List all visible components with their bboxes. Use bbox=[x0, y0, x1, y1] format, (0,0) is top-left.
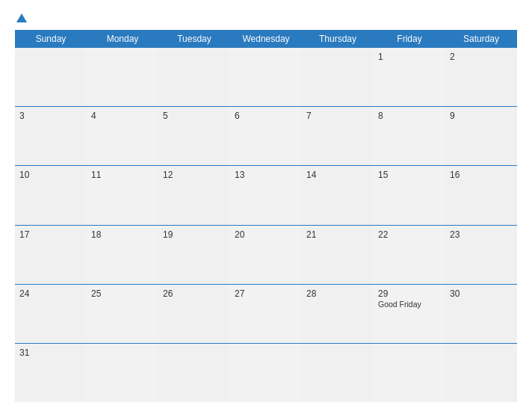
day-header-wednesday: Wednesday bbox=[230, 30, 302, 48]
day-number: 14 bbox=[306, 170, 369, 180]
calendar-day bbox=[15, 48, 87, 106]
day-header-monday: Monday bbox=[87, 30, 158, 48]
day-number: 25 bbox=[91, 288, 154, 299]
calendar-day bbox=[158, 48, 230, 106]
day-number: 9 bbox=[450, 111, 513, 121]
calendar-week-4: 17181920212223 bbox=[15, 226, 517, 285]
logo-triangle-icon bbox=[16, 13, 27, 22]
day-header-friday: Friday bbox=[374, 30, 445, 48]
day-number: 19 bbox=[163, 229, 226, 240]
calendar-day: 6 bbox=[230, 107, 302, 165]
day-number: 20 bbox=[235, 229, 297, 240]
calendar-day bbox=[158, 344, 230, 402]
calendar-week-6: 31 bbox=[15, 344, 517, 402]
day-number: 18 bbox=[91, 229, 154, 240]
calendar-week-5: 242526272829Good Friday30 bbox=[15, 285, 517, 344]
calendar-day: 20 bbox=[230, 226, 302, 284]
day-number: 6 bbox=[235, 111, 297, 121]
calendar-week-2: 3456789 bbox=[15, 107, 517, 166]
day-number: 4 bbox=[91, 111, 154, 121]
logo bbox=[15, 13, 27, 22]
calendar-day: 10 bbox=[15, 166, 87, 224]
calendar-day bbox=[445, 344, 517, 402]
calendar-day: 17 bbox=[15, 226, 87, 284]
calendar-day: 2 bbox=[445, 48, 517, 106]
calendar-day bbox=[302, 48, 374, 106]
calendar-day: 13 bbox=[230, 166, 302, 224]
day-number: 5 bbox=[163, 111, 226, 121]
day-number: 17 bbox=[19, 229, 82, 240]
day-header-sunday: Sunday bbox=[15, 30, 87, 48]
day-number: 2 bbox=[450, 52, 513, 62]
day-number: 29 bbox=[378, 288, 441, 299]
calendar-day bbox=[302, 344, 374, 402]
day-event: Good Friday bbox=[378, 300, 421, 309]
day-number: 28 bbox=[306, 288, 369, 299]
day-number: 23 bbox=[450, 229, 513, 240]
calendar-body: 1234567891011121314151617181920212223242… bbox=[15, 48, 517, 402]
calendar-day: 19 bbox=[158, 226, 230, 284]
calendar-page: SundayMondayTuesdayWednesdayThursdayFrid… bbox=[0, 0, 532, 411]
calendar-day bbox=[87, 344, 158, 402]
calendar-day bbox=[230, 344, 302, 402]
calendar-day: 30 bbox=[445, 285, 517, 343]
calendar-day: 4 bbox=[87, 107, 158, 165]
calendar-week-1: 12 bbox=[15, 48, 517, 107]
day-header-saturday: Saturday bbox=[445, 30, 517, 48]
day-number: 7 bbox=[306, 111, 369, 121]
calendar-week-3: 10111213141516 bbox=[15, 166, 517, 225]
calendar-day: 27 bbox=[230, 285, 302, 343]
day-number: 31 bbox=[19, 347, 82, 358]
calendar-day: 7 bbox=[302, 107, 374, 165]
calendar-day: 21 bbox=[302, 226, 374, 284]
calendar-day: 31 bbox=[15, 344, 87, 402]
day-number: 13 bbox=[235, 170, 297, 180]
day-number: 3 bbox=[19, 111, 82, 121]
calendar-day bbox=[230, 48, 302, 106]
header bbox=[15, 13, 517, 22]
calendar-day: 18 bbox=[87, 226, 158, 284]
calendar-day: 14 bbox=[302, 166, 374, 224]
day-header-thursday: Thursday bbox=[302, 30, 374, 48]
calendar-day: 9 bbox=[445, 107, 517, 165]
calendar-day: 16 bbox=[445, 166, 517, 224]
calendar-day: 24 bbox=[15, 285, 87, 343]
day-number: 1 bbox=[378, 52, 441, 62]
calendar-day bbox=[87, 48, 158, 106]
day-number: 21 bbox=[306, 229, 369, 240]
day-number: 27 bbox=[235, 288, 297, 299]
calendar-day: 11 bbox=[87, 166, 158, 224]
day-number: 22 bbox=[378, 229, 441, 240]
calendar-day: 3 bbox=[15, 107, 87, 165]
day-number: 12 bbox=[163, 170, 226, 180]
day-number: 26 bbox=[163, 288, 226, 299]
calendar-day bbox=[374, 344, 445, 402]
calendar-day: 12 bbox=[158, 166, 230, 224]
day-number: 10 bbox=[19, 170, 82, 180]
day-number: 15 bbox=[378, 170, 441, 180]
day-number: 8 bbox=[378, 111, 441, 121]
calendar-day: 23 bbox=[445, 226, 517, 284]
calendar-day: 15 bbox=[374, 166, 445, 224]
day-number: 24 bbox=[19, 288, 82, 299]
calendar-day: 28 bbox=[302, 285, 374, 343]
day-number: 30 bbox=[450, 288, 513, 299]
day-number: 11 bbox=[91, 170, 154, 180]
day-header-tuesday: Tuesday bbox=[158, 30, 230, 48]
calendar-day: 22 bbox=[374, 226, 445, 284]
calendar-day: 26 bbox=[158, 285, 230, 343]
calendar-header: SundayMondayTuesdayWednesdayThursdayFrid… bbox=[15, 30, 517, 48]
calendar-day: 5 bbox=[158, 107, 230, 165]
calendar-day: 25 bbox=[87, 285, 158, 343]
day-number: 16 bbox=[450, 170, 513, 180]
calendar-day: 29Good Friday bbox=[374, 285, 445, 343]
calendar: SundayMondayTuesdayWednesdayThursdayFrid… bbox=[15, 30, 517, 402]
calendar-day: 1 bbox=[374, 48, 445, 106]
calendar-day: 8 bbox=[374, 107, 445, 165]
